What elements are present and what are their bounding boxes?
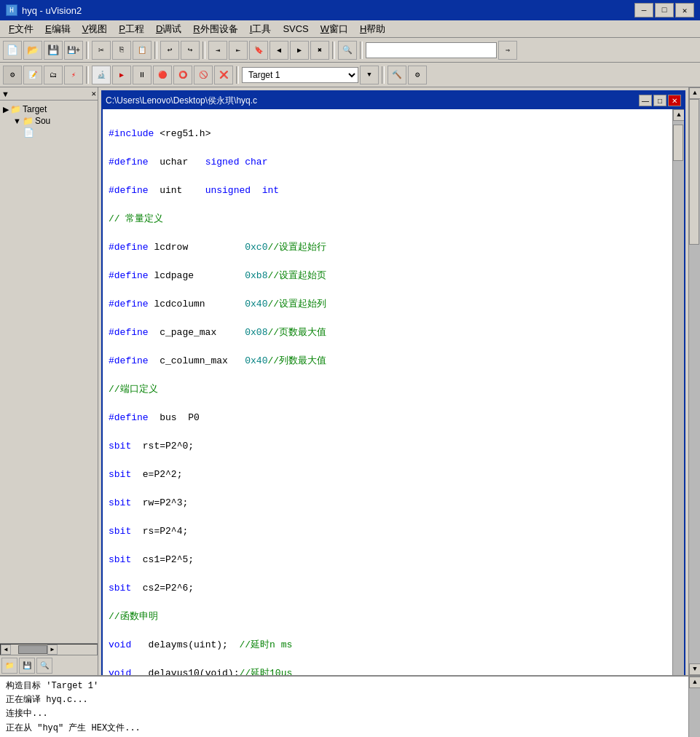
left-tool-btn2[interactable]: 💾: [19, 658, 35, 674]
find-input[interactable]: [366, 42, 497, 58]
menu-file[interactable]: F文件: [3, 21, 39, 37]
stop-debug-button[interactable]: ⏸: [133, 66, 152, 84]
new-file-button[interactable]: 📄: [3, 41, 22, 60]
out-scroll-up[interactable]: ▲: [689, 677, 700, 688]
code-line: sbit cs2=P2^6;: [109, 581, 666, 596]
outer-scroll-thumb[interactable]: [689, 99, 699, 245]
bookmark-next[interactable]: ▶: [290, 41, 309, 60]
code-close-button[interactable]: ✕: [668, 95, 681, 106]
enable-disable-bp[interactable]: ⭕: [173, 66, 192, 84]
code-minimize-button[interactable]: —: [639, 95, 652, 106]
menu-svcs[interactable]: SVCS: [277, 22, 314, 36]
copy-button[interactable]: ⎘: [112, 41, 131, 60]
menu-tools[interactable]: I工具: [244, 21, 278, 37]
tree-file-icon: 📄: [23, 127, 34, 138]
code-line: #define lcdcolumn 0x40//设置起始列: [109, 297, 666, 312]
outer-scroll-down[interactable]: ▼: [689, 663, 700, 675]
tree-expand-icon: ▶: [3, 105, 9, 114]
unindent-button[interactable]: ⇤: [229, 41, 248, 60]
main-area: ▼ ✕ ▶ 📁 Target ▼ 📁 Sou 📄 ◀ ▶: [0, 87, 700, 675]
left-tool-btn1[interactable]: 📁: [1, 658, 17, 674]
scroll-thumb[interactable]: [673, 125, 683, 161]
tree-src-folder-icon: 📁: [23, 116, 34, 126]
find-button[interactable]: 🔍: [338, 41, 357, 60]
outer-scroll-track[interactable]: [689, 99, 700, 663]
out-scroll-track[interactable]: [689, 688, 700, 737]
outer-scroll-up[interactable]: ▲: [689, 87, 700, 99]
app-icon: H: [6, 4, 17, 16]
output-panel: 构造目标 'Target 1' 正在编译 hyq.c... 连接中... 正在从…: [0, 675, 700, 737]
app-title: hyq - uVision2: [22, 5, 82, 16]
code-vscroll[interactable]: ▲ ▼: [672, 109, 684, 675]
scroll-track[interactable]: [673, 121, 684, 675]
debug-mode-button[interactable]: 🔬: [92, 66, 111, 84]
menu-help[interactable]: H帮助: [354, 21, 391, 37]
tree-item-file[interactable]: 📄: [23, 127, 95, 138]
separator1: [86, 42, 89, 59]
open-file-button[interactable]: 📂: [23, 41, 42, 60]
output-line-4: 正在从 "hyq" 产生 HEX文件...: [6, 722, 683, 736]
build-target-button[interactable]: 🔨: [388, 66, 406, 84]
outer-vscroll[interactable]: ▲ ▼: [688, 87, 700, 675]
panel-close-button[interactable]: ✕: [91, 89, 96, 98]
select-device-button[interactable]: ⚡: [64, 66, 83, 84]
close-button[interactable]: ✕: [675, 3, 694, 17]
save-all-button[interactable]: 💾+: [64, 41, 83, 60]
menu-project[interactable]: P工程: [113, 21, 150, 37]
code-window-title: C:\Users\Lenovo\Desktop\侯永琪\hyq.c — □ ✕: [103, 92, 684, 109]
indent-button[interactable]: ⇥: [208, 41, 227, 60]
tree-target-label: Target: [23, 104, 47, 114]
separator2: [154, 42, 157, 59]
menu-debug[interactable]: D调试: [150, 21, 187, 37]
redo-button[interactable]: ↪: [181, 41, 200, 60]
code-line: // 常量定义: [109, 212, 666, 226]
target-options-button[interactable]: ⚙: [3, 66, 22, 84]
code-line: sbit rw=P2^3;: [109, 496, 666, 511]
left-scroll-track[interactable]: ◀ ▶: [0, 644, 98, 655]
bookmark-prev[interactable]: ◀: [270, 41, 288, 60]
code-maximize-button[interactable]: □: [653, 95, 666, 106]
file-extensions-button[interactable]: 📝: [23, 66, 42, 84]
bookmark-button[interactable]: 🔖: [249, 41, 268, 60]
insert-remove-bp[interactable]: 🔴: [153, 66, 172, 84]
left-scroll-right[interactable]: ▶: [47, 645, 58, 655]
code-line: sbit cs1=P2^5;: [109, 553, 666, 567]
tree-area: ▶ 📁 Target ▼ 📁 Sou 📄: [0, 100, 98, 643]
code-line: void delayus10(void);//延时10us: [109, 666, 666, 676]
manage-components-button[interactable]: 🗂: [44, 66, 63, 84]
menu-edit[interactable]: E编辑: [39, 21, 76, 37]
output-scrollbar[interactable]: ▲ ▼: [688, 677, 700, 737]
menu-window[interactable]: W窗口: [315, 21, 354, 37]
left-scroll-left[interactable]: ◀: [1, 645, 11, 655]
find-go-button[interactable]: ⇒: [498, 41, 517, 60]
cut-button[interactable]: ✂: [92, 41, 111, 60]
maximize-button[interactable]: □: [655, 3, 674, 17]
output-content[interactable]: 构造目标 'Target 1' 正在编译 hyq.c... 连接中... 正在从…: [0, 677, 688, 737]
paste-button[interactable]: 📋: [133, 41, 152, 60]
save-button[interactable]: 💾: [44, 41, 63, 60]
menu-view[interactable]: V视图: [76, 21, 114, 37]
undo-button[interactable]: ↩: [160, 41, 179, 60]
scroll-up-button[interactable]: ▲: [673, 109, 684, 121]
target-dropdown[interactable]: Target 1: [242, 67, 358, 83]
left-tool-btn3[interactable]: 🔍: [36, 658, 52, 674]
tree-item-source[interactable]: ▼ 📁 Sou: [13, 115, 95, 127]
sep8: [382, 66, 385, 84]
rebuild-all-button[interactable]: ⚙: [408, 66, 427, 84]
start-debug-button[interactable]: ▶: [112, 66, 131, 84]
target-dropdown-arrow[interactable]: ▼: [360, 66, 379, 84]
left-scroll-thumb[interactable]: [18, 645, 47, 654]
separator5: [360, 42, 363, 59]
code-line: #define lcdrow 0xc0//设置起始行: [109, 240, 666, 255]
disable-all-bp[interactable]: 🚫: [194, 66, 213, 84]
kill-all-bp[interactable]: ❌: [214, 66, 233, 84]
tree-item-target[interactable]: ▶ 📁 Target: [3, 103, 95, 115]
code-window-path: C:\Users\Lenovo\Desktop\侯永琪\hyq.c: [106, 95, 257, 107]
code-content[interactable]: #include <reg51.h> #define uchar signed …: [103, 109, 672, 675]
minimize-button[interactable]: —: [634, 3, 653, 17]
left-panel-toolbar: 📁 💾 🔍: [0, 655, 98, 675]
menu-peripherals[interactable]: R外围设备: [187, 21, 243, 37]
clear-bookmarks[interactable]: ✖: [310, 41, 329, 60]
tree-expand-icon-src: ▼: [13, 117, 21, 125]
tree-source-label: Sou: [35, 116, 50, 126]
